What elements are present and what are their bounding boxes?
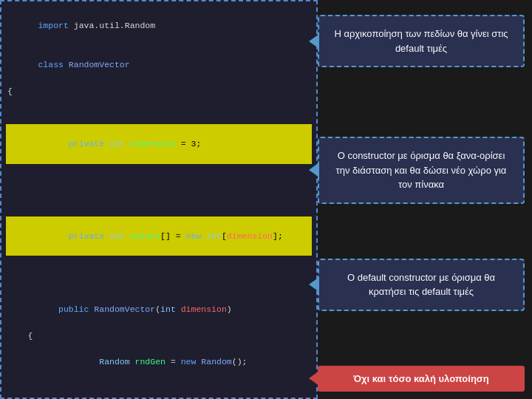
callout-box-1: Η αρχικοποίηση των πεδίων θα γίνει στις … (318, 15, 525, 67)
bottom-label-text: Όχι και τόσο καλή υλοποίηση (353, 373, 488, 384)
main-container: import java.util.Random class RandomVect… (0, 0, 532, 399)
bottom-label-callout: Όχι και τόσο καλή υλοποίηση (318, 366, 525, 392)
import-line: import java.util.Random (7, 6, 310, 45)
open-brace-1: { (7, 85, 310, 98)
class-declaration: class RandomVector (7, 45, 310, 84)
field-dimension: private int dimension = 3; (7, 98, 310, 191)
this-dimension: this.dimension = dimension; (7, 382, 310, 399)
callout-box-3: Ο default constructor με όρισμα θα κρατή… (318, 259, 525, 311)
callout-panel: Η αρχικοποίηση των πεδίων θα γίνει στις … (318, 0, 532, 399)
random-gen-1: Random rndGen = new Random(); (7, 342, 310, 381)
open-brace-2: { (7, 330, 310, 343)
code-panel: import java.util.Random class RandomVect… (0, 0, 318, 399)
empty-1 (7, 282, 310, 290)
constructor-with-param: public RandomVector(int dimension) (7, 290, 310, 329)
field-values: private int values[] = new int[dimension… (7, 190, 310, 282)
callout-text-1: Η αρχικοποίηση των πεδίων θα γίνει στις … (334, 28, 508, 54)
callout-box-2: Ο constructor με όρισμα θα ξανα-ορίσει τ… (318, 137, 525, 204)
callout-text-3: Ο default constructor με όρισμα θα κρατή… (347, 272, 495, 298)
callout-text-2: Ο constructor με όρισμα θα ξανα-ορίσει τ… (336, 150, 507, 190)
